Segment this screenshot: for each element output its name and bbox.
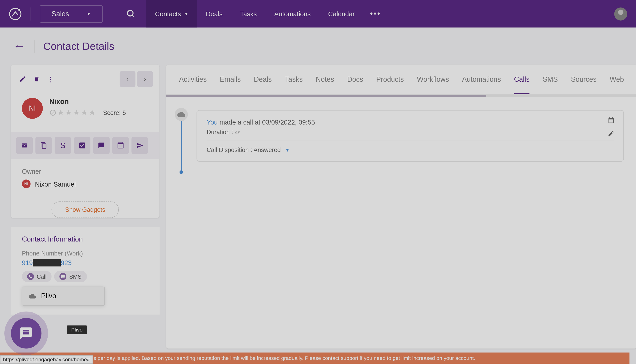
tab-products[interactable]: Products <box>376 76 404 94</box>
dropdown-item-plivo[interactable]: Plivo <box>22 287 104 306</box>
contact-name: Nixon <box>50 98 126 106</box>
star-icon[interactable] <box>73 109 80 116</box>
status-circle-icon <box>50 109 56 116</box>
more-menu-icon[interactable]: ••• <box>364 9 388 18</box>
edit-icon[interactable] <box>608 130 615 139</box>
note-action-icon[interactable] <box>93 137 110 154</box>
chevron-down-icon: ▼ <box>184 12 188 16</box>
svg-point-2 <box>128 10 133 16</box>
chevron-down-icon: ▼ <box>86 12 91 16</box>
owner-row[interactable]: NI Nixon Samuel <box>22 180 148 188</box>
tab-sms[interactable]: SMS <box>542 76 558 94</box>
tab-docs[interactable]: Docs <box>347 76 363 94</box>
call-chip[interactable]: Call <box>22 271 52 282</box>
star-icon[interactable] <box>88 109 96 116</box>
tab-web[interactable]: Web <box>610 76 624 94</box>
contact-score: Score: 5 <box>103 109 126 116</box>
call-log-text: You made a call at 03/09/2022, 09:55 <box>206 118 614 126</box>
page-title: Contact Details <box>43 40 114 52</box>
tab-notes[interactable]: Notes <box>316 76 334 94</box>
call-provider-dropdown: Plivo <box>22 286 105 306</box>
contact-avatar: NI <box>22 98 43 119</box>
calendar-icon[interactable] <box>608 117 615 126</box>
star-icon[interactable] <box>57 109 64 116</box>
owner-label: Owner <box>22 168 148 175</box>
next-contact-button[interactable]: › <box>137 71 153 87</box>
phone-icon <box>27 273 34 280</box>
call-log-entry: You made a call at 03/09/2022, 09:55 Dur… <box>197 110 624 162</box>
module-selector[interactable]: Sales ▼ <box>40 5 103 22</box>
search-icon[interactable] <box>124 7 138 20</box>
top-navbar: Sales ▼ Contacts ▼ Deals Tasks Automatio… <box>0 0 636 28</box>
chat-fab[interactable] <box>11 318 42 349</box>
calendar-action-icon[interactable] <box>112 137 129 154</box>
tab-deals[interactable]: Deals <box>254 76 272 94</box>
delete-icon[interactable] <box>31 74 42 84</box>
timeline-call-icon <box>175 108 188 121</box>
status-url: https://plivodf.engagebay.com/home# <box>0 355 93 364</box>
tab-sources[interactable]: Sources <box>571 76 596 94</box>
call-duration: Duration : 4s <box>206 128 614 136</box>
star-icon[interactable] <box>81 109 88 116</box>
svg-line-3 <box>132 15 134 17</box>
deal-action-icon[interactable]: $ <box>55 137 72 154</box>
task-action-icon[interactable] <box>74 137 90 154</box>
user-avatar[interactable] <box>614 7 627 20</box>
tabs-scrollbar[interactable] <box>166 95 636 97</box>
svg-line-5 <box>51 111 54 114</box>
nav-calendar[interactable]: Calendar <box>319 0 363 28</box>
owner-name: Nixon Samuel <box>35 180 76 188</box>
contact-info-title: Contact Information <box>22 235 148 243</box>
nav-tasks[interactable]: Tasks <box>231 0 265 28</box>
copy-action-icon[interactable] <box>36 137 52 154</box>
more-vert-icon[interactable]: ⋮ <box>45 74 56 84</box>
phone-label: Phone Number (Work) <box>22 250 148 257</box>
edit-icon[interactable] <box>18 74 28 84</box>
prev-contact-button[interactable]: ‹ <box>120 71 136 87</box>
tab-calls[interactable]: Calls <box>514 76 530 94</box>
send-action-icon[interactable] <box>132 137 148 154</box>
detail-tabs: Activities Emails Deals Tasks Notes Docs… <box>166 64 636 95</box>
tab-activities[interactable]: Activities <box>179 76 206 94</box>
phone-number-link[interactable]: 919XXXXXX923 <box>22 259 148 266</box>
nav-contacts[interactable]: Contacts ▼ <box>146 0 197 28</box>
nav-deals[interactable]: Deals <box>197 0 232 28</box>
back-arrow-icon[interactable]: ← <box>13 39 25 53</box>
tooltip: Plivo <box>67 325 87 334</box>
tab-tasks[interactable]: Tasks <box>285 76 303 94</box>
tab-automations[interactable]: Automations <box>462 76 501 94</box>
star-rating[interactable]: Score: 5 <box>50 109 126 116</box>
tab-workflows[interactable]: Workflows <box>417 76 449 94</box>
tab-emails[interactable]: Emails <box>220 76 241 94</box>
sms-chip[interactable]: SMS <box>54 271 87 282</box>
page-header: ← Contact Details <box>0 28 636 64</box>
nav-automations[interactable]: Automations <box>266 0 319 28</box>
owner-avatar: NI <box>22 180 30 188</box>
quick-actions: $ <box>11 132 160 159</box>
chevron-down-icon: ▼ <box>285 147 290 152</box>
cloud-icon <box>29 292 36 300</box>
star-icon[interactable] <box>65 109 72 116</box>
app-logo[interactable] <box>9 7 22 20</box>
sms-icon <box>60 273 66 280</box>
contact-information-panel: Contact Information Phone Number (Work) … <box>11 227 160 314</box>
svg-point-1 <box>18 9 20 11</box>
warning-banner: tly warming up and a limit of 100 emails… <box>0 352 629 364</box>
show-gadgets-button[interactable]: Show Gadgets <box>52 202 119 218</box>
email-action-icon[interactable] <box>16 137 33 154</box>
main-nav: Contacts ▼ Deals Tasks Automations Calen… <box>146 0 387 28</box>
call-disposition[interactable]: Call Disposition : Answered ▼ <box>206 146 614 154</box>
module-label: Sales <box>52 10 69 18</box>
